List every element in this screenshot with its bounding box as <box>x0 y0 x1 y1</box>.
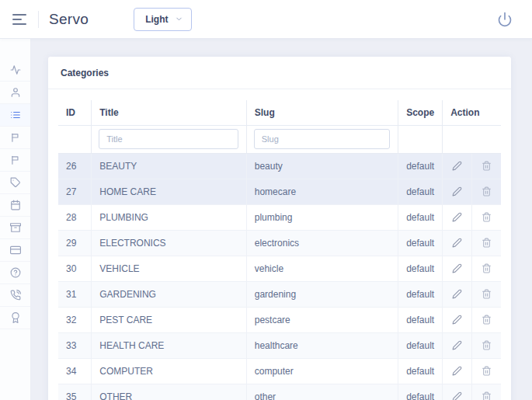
credit-card-icon <box>10 245 21 256</box>
column-id[interactable]: ID <box>58 100 92 126</box>
edit-pencil-icon <box>452 366 462 376</box>
main-content: Categories ID Title Slug Scope Action <box>31 39 532 400</box>
table-row[interactable]: 33 HEALTH CARE healthcare default <box>58 333 501 359</box>
edit-button[interactable] <box>449 210 465 224</box>
brand-title: Servo <box>49 11 89 28</box>
cell-title: BEAUTY <box>92 154 247 179</box>
delete-button[interactable] <box>478 339 495 352</box>
power-icon <box>497 12 513 27</box>
edit-button[interactable] <box>449 390 465 400</box>
categories-table: ID Title Slug Scope Action <box>58 100 501 400</box>
delete-trash-icon <box>482 212 492 222</box>
table-row[interactable]: 30 VEHICLE vehicle default <box>58 256 501 282</box>
sidebar-item-7[interactable] <box>0 217 30 239</box>
table-row[interactable]: 34 COMPUTER computer default <box>58 359 501 384</box>
cell-id: 30 <box>58 256 92 282</box>
edit-button[interactable] <box>449 185 465 198</box>
delete-button[interactable] <box>478 287 495 301</box>
sidebar-item-10[interactable] <box>0 284 30 307</box>
edit-pencil-icon <box>452 161 462 171</box>
sidebar-item-9[interactable] <box>0 262 30 284</box>
delete-button[interactable] <box>478 185 495 198</box>
cell-title: HEALTH CARE <box>92 333 247 359</box>
cell-slug: other <box>246 384 398 400</box>
cell-title: OTHER <box>92 384 247 400</box>
cell-title: COMPUTER <box>92 359 247 384</box>
cell-scope: default <box>398 205 443 231</box>
sidebar-item-5[interactable] <box>0 172 30 194</box>
cell-id: 29 <box>58 231 92 256</box>
calendar-icon <box>10 200 21 210</box>
card-title: Categories <box>48 57 511 89</box>
table-row[interactable]: 27 HOME CARE homecare default <box>58 179 501 205</box>
cell-id: 32 <box>58 308 92 333</box>
cell-id: 35 <box>58 384 92 400</box>
sidebar-item-1[interactable] <box>0 82 30 104</box>
cell-id: 31 <box>58 282 92 308</box>
sidebar-item-4[interactable] <box>0 149 30 172</box>
table-row[interactable]: 31 GARDENING gardening default <box>58 282 501 308</box>
delete-trash-icon <box>482 366 492 376</box>
categories-card: Categories ID Title Slug Scope Action <box>48 57 511 400</box>
table-row[interactable]: 29 ELECTRONICS electronics default <box>58 231 501 256</box>
delete-button[interactable] <box>478 236 495 249</box>
table-row[interactable]: 28 PLUMBING plumbing default <box>58 205 501 231</box>
sidebar-item-0[interactable] <box>0 59 30 82</box>
cell-id: 26 <box>58 154 92 179</box>
cell-title: HOME CARE <box>92 179 247 205</box>
edit-button[interactable] <box>449 262 465 275</box>
column-action: Action <box>443 100 501 126</box>
cell-slug: computer <box>246 359 398 384</box>
logout-button[interactable] <box>495 9 515 30</box>
edit-button[interactable] <box>449 364 465 377</box>
delete-button[interactable] <box>478 210 495 224</box>
activity-icon <box>10 64 21 75</box>
app-header: Servo Light <box>0 0 532 39</box>
cell-title: VEHICLE <box>92 256 247 282</box>
slug-filter-input[interactable] <box>254 129 390 149</box>
column-scope[interactable]: Scope <box>398 100 443 126</box>
table-row[interactable]: 26 BEAUTY beauty default <box>58 154 501 179</box>
cell-scope: default <box>398 333 443 359</box>
flag-icon <box>10 132 21 143</box>
edit-button[interactable] <box>449 339 465 352</box>
sidebar-item-3[interactable] <box>0 127 30 149</box>
title-filter-input[interactable] <box>99 129 238 149</box>
delete-button[interactable] <box>478 390 495 400</box>
theme-dropdown[interactable]: Light <box>134 8 192 31</box>
chevron-slot <box>175 15 183 23</box>
edit-button[interactable] <box>449 236 465 249</box>
sidebar-item-11[interactable] <box>0 307 30 329</box>
column-title[interactable]: Title <box>92 100 247 126</box>
column-slug[interactable]: Slug <box>246 100 398 126</box>
cell-slug: healthcare <box>246 333 398 359</box>
delete-trash-icon <box>482 315 492 325</box>
sidebar-item-8[interactable] <box>0 239 30 262</box>
edit-button[interactable] <box>449 287 465 301</box>
help-circle-icon <box>10 267 21 278</box>
delete-button[interactable] <box>478 313 495 326</box>
edit-pencil-icon <box>452 186 462 197</box>
delete-trash-icon <box>482 161 492 171</box>
sidebar-item-6[interactable] <box>0 194 30 217</box>
edit-pencil-icon <box>452 340 462 350</box>
edit-pencil-icon <box>452 263 462 273</box>
table-row[interactable]: 32 PEST CARE pestcare default <box>58 308 501 333</box>
delete-button[interactable] <box>478 159 495 172</box>
edit-pencil-icon <box>452 212 462 222</box>
delete-button[interactable] <box>478 364 495 377</box>
cell-title: ELECTRONICS <box>92 231 247 256</box>
delete-trash-icon <box>482 238 492 248</box>
cell-scope: default <box>398 154 443 179</box>
table-row[interactable]: 35 OTHER other default <box>58 384 501 400</box>
delete-trash-icon <box>482 391 492 400</box>
app-body: Categories ID Title Slug Scope Action <box>0 39 532 400</box>
edit-button[interactable] <box>449 159 465 172</box>
edit-button[interactable] <box>449 313 465 326</box>
cell-scope: default <box>398 282 443 308</box>
cell-scope: default <box>398 231 443 256</box>
hamburger-icon[interactable] <box>9 11 30 28</box>
delete-button[interactable] <box>478 262 495 275</box>
flag-icon <box>10 155 21 165</box>
sidebar-item-2[interactable] <box>0 104 30 127</box>
